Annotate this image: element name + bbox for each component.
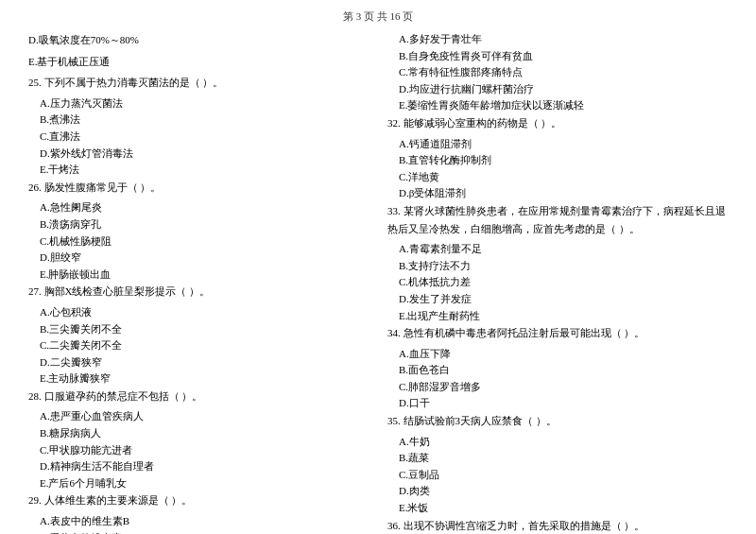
question-text: 36. 出现不协调性宫缩乏力时，首先采取的措施是（ ）。 bbox=[387, 520, 644, 531]
page-header: 第 3 页 共 16 页 bbox=[28, 9, 728, 24]
option-item: A.牛奶 bbox=[387, 434, 728, 451]
option-item: B.支持疗法不力 bbox=[387, 258, 728, 275]
option-item: A.患严重心血管疾病人 bbox=[28, 408, 369, 425]
question-text: 28. 口服避孕药的禁忌症不包括（ ）。 bbox=[28, 390, 202, 402]
option-item: C.常有特征性腹部疼痛特点 bbox=[387, 64, 728, 81]
option-item: E.萎缩性胃炎随年龄增加症状以逐渐减轻 bbox=[387, 97, 728, 114]
option-item: A.钙通道阻滞剂 bbox=[387, 136, 728, 153]
option-item: C.甲状腺功能亢进者 bbox=[28, 442, 369, 459]
option-item: C.豆制品 bbox=[387, 467, 728, 484]
question-item: 34. 急性有机磷中毒患者阿托品注射后最可能出现（ ）。 bbox=[387, 324, 728, 342]
option-item: D.均应进行抗幽门螺杆菌治疗 bbox=[387, 81, 728, 98]
option-item: D.β受体阻滞剂 bbox=[387, 185, 728, 202]
option-item: D.口干 bbox=[387, 395, 728, 412]
option-item: D.胆绞窄 bbox=[28, 250, 369, 267]
question-text: 25. 下列不属于热力消毒灭菌法的是（ ）。 bbox=[28, 77, 223, 88]
question-item: 29. 人体维生素的主要来源是（ ）。 bbox=[28, 491, 369, 509]
option-item: B.三尖瓣关闭不全 bbox=[28, 321, 369, 338]
option-item: D.精神病生活不能自理者 bbox=[28, 458, 369, 475]
option-item: B.蔬菜 bbox=[387, 450, 728, 467]
option-item: C.二尖瓣关闭不全 bbox=[28, 337, 369, 354]
option-item: B.面色苍白 bbox=[387, 362, 728, 379]
question-item: 25. 下列不属于热力消毒灭菌法的是（ ）。 bbox=[28, 74, 369, 92]
question-text: D.吸氧浓度在70%～80% bbox=[28, 34, 139, 45]
option-item: C.洋地黄 bbox=[387, 169, 728, 186]
question-text: 35. 结肠试验前3天病人应禁食（ ）。 bbox=[387, 415, 557, 426]
option-item: D.二尖瓣狭窄 bbox=[28, 354, 369, 371]
question-item: 28. 口服避孕药的禁忌症不包括（ ）。 bbox=[28, 388, 369, 405]
question-item: 27. 胸部X线检查心脏呈梨形提示（ ）。 bbox=[28, 283, 369, 301]
right-column: A.多好发于青壮年B.自身免疫性胃炎可伴有贫血C.常有特征性腹部疼痛特点D.均应… bbox=[387, 31, 728, 534]
left-column: D.吸氧浓度在70%～80%E.基于机械正压通25. 下列不属于热力消毒灭菌法的… bbox=[28, 31, 369, 534]
question-text: 34. 急性有机磷中毒患者阿托品注射后最可能出现（ ）。 bbox=[387, 327, 644, 338]
option-item: E.米饭 bbox=[387, 500, 728, 517]
option-item: B.自身免疫性胃炎可伴有贫血 bbox=[387, 48, 728, 65]
option-item: C.机体抵抗力差 bbox=[387, 274, 728, 291]
option-item: E.肿肠嵌顿出血 bbox=[28, 267, 369, 284]
option-item: A.心包积液 bbox=[28, 304, 369, 321]
option-item: E.产后6个月哺乳女 bbox=[28, 475, 369, 492]
question-text: 29. 人体维生素的主要来源是（ ）。 bbox=[28, 494, 192, 506]
question-item: 26. 肠发性腹痛常见于（ ）。 bbox=[28, 179, 369, 197]
question-item: D.吸氧浓度在70%～80% bbox=[28, 31, 369, 49]
option-item: C.肺部湿罗音增多 bbox=[387, 379, 728, 396]
question-text: 26. 肠发性腹痛常见于（ ）。 bbox=[28, 181, 161, 193]
option-item: C.机械性肠梗阻 bbox=[28, 233, 369, 250]
question-item: E.基于机械正压通 bbox=[28, 53, 369, 71]
question-text: 33. 某肾火球菌性肺炎患者，在应用常规剂量青霉素治疗下，病程延长且退热后又呈冷… bbox=[387, 205, 726, 234]
option-item: D.发生了并发症 bbox=[387, 291, 728, 308]
question-item: 35. 结肠试验前3天病人应禁食（ ）。 bbox=[387, 412, 728, 430]
option-item: A.压力蒸汽灭菌法 bbox=[28, 95, 369, 112]
question-item: 36. 出现不协调性宫缩乏力时，首先采取的措施是（ ）。 bbox=[387, 517, 728, 534]
option-item: B.煮沸法 bbox=[28, 112, 369, 129]
option-item: B.蛋黄中的维生素B bbox=[28, 530, 369, 534]
question-text: E.基于机械正压通 bbox=[28, 56, 110, 67]
option-item: A.多好发于青壮年 bbox=[387, 31, 728, 48]
option-item: A.急性阑尾炎 bbox=[28, 199, 369, 216]
question-text: 27. 胸部X线检查心脏呈梨形提示（ ）。 bbox=[28, 285, 210, 297]
option-item: B.直管转化酶抑制剂 bbox=[387, 152, 728, 169]
option-item: E.出现产生耐药性 bbox=[387, 308, 728, 325]
option-item: A.表皮中的维生素B bbox=[28, 513, 369, 530]
option-item: B.糖尿病病人 bbox=[28, 425, 369, 442]
option-item: E.干烤法 bbox=[28, 162, 369, 179]
option-item: D.肉类 bbox=[387, 483, 728, 500]
option-item: C.直沸法 bbox=[28, 129, 369, 146]
option-item: A.青霉素剂量不足 bbox=[387, 241, 728, 258]
question-item: 32. 能够减弱心室重构的药物是（ ）。 bbox=[387, 114, 728, 132]
option-item: D.紫外线灯管消毒法 bbox=[28, 146, 369, 163]
option-item: B.溃疡病穿孔 bbox=[28, 216, 369, 233]
option-item: A.血压下降 bbox=[387, 346, 728, 363]
question-item: 33. 某肾火球菌性肺炎患者，在应用常规剂量青霉素治疗下，病程延长且退热后又呈冷… bbox=[387, 202, 728, 237]
question-text: 32. 能够减弱心室重构的药物是（ ）。 bbox=[387, 117, 561, 129]
option-item: E.主动脉瓣狭窄 bbox=[28, 370, 369, 388]
